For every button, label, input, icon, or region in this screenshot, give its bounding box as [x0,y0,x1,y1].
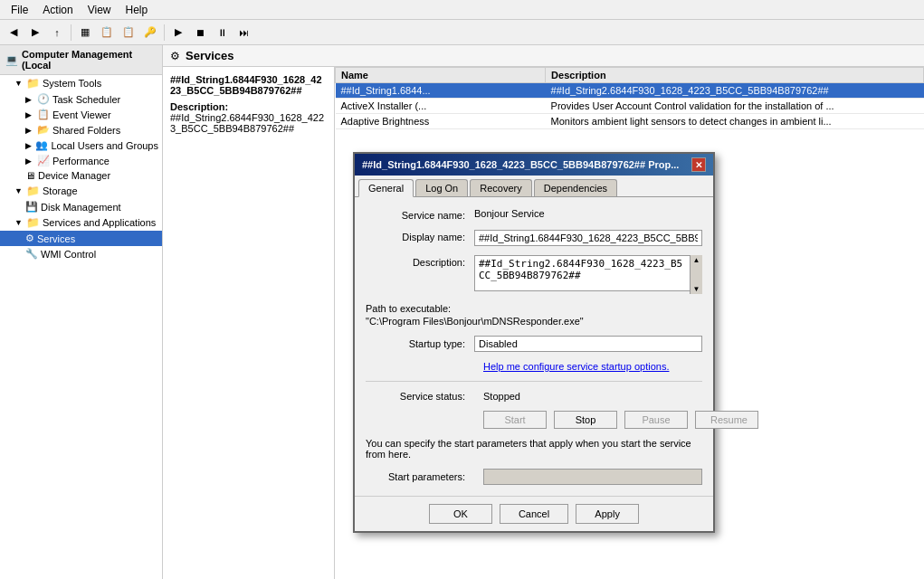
toolbar-sep-2 [164,24,165,41]
row-desc: Monitors ambient light sensors to detect… [546,114,924,129]
device-icon: 🖥 [25,170,35,181]
sidebar-item-label-3: Event Viewer [52,109,111,120]
service-name-row: Service name: Bonjour Service [366,208,702,221]
sidebar-item-label-11: Services [37,233,75,244]
tab-recovery[interactable]: Recovery [470,179,531,196]
resume-button[interactable]: Resume [695,411,758,429]
left-desc-label: Description: [170,101,327,112]
toolbar-pause-toolbar[interactable]: ⏸ [212,23,232,43]
table-row[interactable]: ActiveX Installer (... Provides User Acc… [336,99,924,114]
start-params-input[interactable] [483,469,702,485]
menu-action[interactable]: Action [35,2,80,18]
tab-general[interactable]: General [358,179,414,197]
pause-button[interactable]: Pause [624,411,688,429]
params-description: You can specify the start parameters tha… [366,438,702,460]
start-params-label: Start parameters: [366,471,474,482]
toolbar: ◀ ▶ ↑ ▦ 📋 📋 🔑 ▶ ⏹ ⏸ ⏭ [0,20,924,45]
toolbar-paste[interactable]: 📋 [119,23,138,43]
col-name[interactable]: Name [336,68,546,83]
service-action-buttons: Start Stop Pause Resume [366,411,702,429]
status-section: Service status: Stopped [366,391,702,402]
col-desc[interactable]: Description [546,68,924,83]
startup-type-select[interactable]: Automatic Automatic (Delayed Start) Manu… [474,336,702,352]
folder-shared-icon: 📂 [37,124,50,136]
toolbar-play[interactable]: ▶ [168,23,188,43]
expand-icon-8: ▼ [14,218,24,227]
sidebar-item-local-users[interactable]: ▶ 👥 Local Users and Groups [0,138,162,153]
services-folder-icon: 📁 [26,216,40,229]
expand-icon-4: ▶ [25,126,34,135]
sidebar-item-device-manager[interactable]: 🖥 Device Manager [0,168,162,183]
sidebar-item-task-scheduler[interactable]: ▶ 🕐 Task Scheduler [0,91,162,107]
path-label: Path to executable: [366,303,702,314]
services-icon: ⚙ [25,233,34,244]
description-textarea[interactable]: ##Id_String2.6844F930_1628_4223_B5CC_5BB… [474,255,702,291]
stop-button[interactable]: Stop [554,411,617,429]
display-name-label: Display name: [366,230,474,242]
toolbar-copy[interactable]: 📋 [97,23,117,43]
sidebar-item-performance[interactable]: ▶ 📈 Performance [0,153,162,168]
wmi-icon: 🔧 [25,248,38,260]
sidebar-item-label-4: Shared Folders [52,125,120,136]
sidebar-item-event-viewer[interactable]: ▶ 📋 Event Viewer [0,107,162,122]
table-row[interactable]: Adaptive Brightness Monitors ambient lig… [336,114,924,129]
sidebar-item-disk-management[interactable]: 💾 Disk Management [0,199,162,214]
service-name-value: Bonjour Service [474,208,702,219]
dialog-close-button[interactable]: ✕ [691,157,706,172]
toolbar-show-hide[interactable]: ▦ [75,23,95,43]
sidebar-item-shared-folders[interactable]: ▶ 📂 Shared Folders [0,122,162,138]
toolbar-back[interactable]: ◀ [4,23,24,43]
separator [366,381,702,382]
cancel-button[interactable]: Cancel [500,504,568,524]
sidebar-item-label-12: WMI Control [41,249,96,260]
task-icon: 🕐 [37,93,50,105]
menu-help[interactable]: Help [119,2,156,18]
sidebar-item-storage[interactable]: ▼ 📁 Storage [0,183,162,199]
sidebar-item-label-9: Disk Management [41,202,121,213]
table-row[interactable]: ##Id_String1.6844... ##Id_String2.6844F9… [336,83,924,99]
path-section: Path to executable: "C:\Program Files\Bo… [366,303,702,327]
textarea-scroll-down[interactable]: ▼ [693,285,700,293]
expand-icon-7: ▼ [14,186,24,195]
tab-logon[interactable]: Log On [415,179,468,196]
sidebar-item-system-tools[interactable]: ▼ 📁 System Tools [0,75,162,91]
expand-icon-2: ▶ [25,95,34,104]
ok-button[interactable]: OK [429,504,492,524]
tab-dependencies[interactable]: Dependencies [534,179,617,196]
sidebar-item-label-10: Services and Applications [43,217,156,228]
row-name: ##Id_String1.6844... [336,83,546,99]
tree-header-label: Computer Management (Local [22,49,157,71]
description-row: Description: ##Id_String2.6844F930_1628_… [366,255,702,294]
row-desc: ##Id_String2.6844F930_1628_4223_B5CC_5BB… [546,83,924,99]
service-status-value: Stopped [483,391,520,402]
display-name-input[interactable] [474,230,702,246]
properties-dialog: ##Id_String1.6844F930_1628_4223_B5CC_5BB… [353,152,715,533]
sidebar-item-label-6: Performance [52,156,110,166]
sidebar-item-label-8: Storage [43,185,78,196]
toolbar-stop-toolbar[interactable]: ⏹ [190,23,210,43]
start-params-section: You can specify the start parameters tha… [366,438,702,460]
service-name-label: Service name: [366,208,474,221]
toolbar-forward[interactable]: ▶ [25,23,45,43]
apply-button[interactable]: Apply [576,504,639,524]
sidebar-item-label-5: Local Users and Groups [51,140,158,151]
menu-file[interactable]: File [4,2,35,18]
sidebar-item-wmi[interactable]: 🔧 WMI Control [0,246,162,261]
row-name: ActiveX Installer (... [336,99,546,114]
status-row: Service status: Stopped [366,391,702,402]
sidebar-item-services-apps[interactable]: ▼ 📁 Services and Applications [0,214,162,231]
toolbar-up[interactable]: ↑ [47,23,67,43]
menu-view[interactable]: View [81,2,119,18]
toolbar-properties[interactable]: 🔑 [140,23,160,43]
toolbar-restart[interactable]: ⏭ [233,23,253,43]
services-header: ⚙ Services [163,45,924,67]
sidebar-item-label-7: Device Manager [38,170,110,181]
sidebar-item-services[interactable]: ⚙ Services [0,231,162,246]
start-button[interactable]: Start [483,411,547,429]
textarea-scroll-up[interactable]: ▲ [693,256,700,264]
users-icon: 👥 [35,139,48,151]
row-desc: Provides User Account Control validation… [546,99,924,114]
services-table: Name Description ##Id_String1.6844... ##… [335,67,924,129]
display-name-row: Display name: [366,230,702,246]
configure-link[interactable]: Help me configure service startup option… [366,361,702,372]
